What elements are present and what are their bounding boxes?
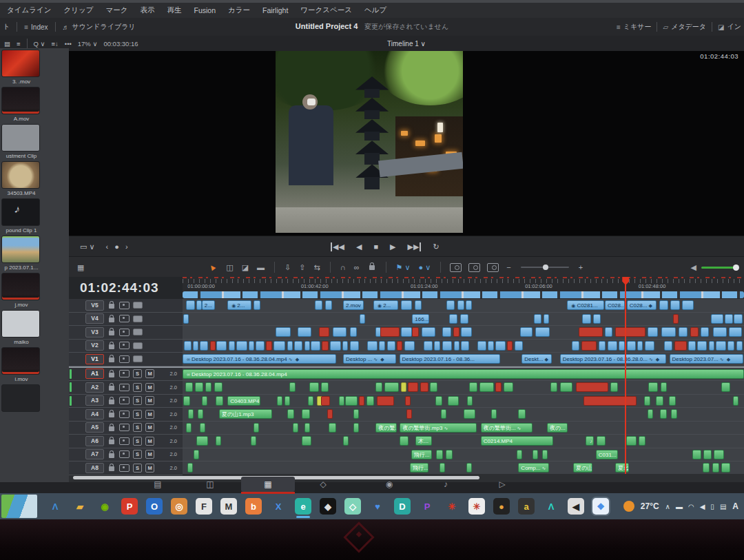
timeline-clip[interactable] <box>479 382 493 392</box>
timeline-clip[interactable] <box>345 396 358 406</box>
timeline-clip[interactable] <box>520 327 533 337</box>
media-pool-item[interactable]: ustment Clip <box>1 124 41 159</box>
timeline-clip[interactable] <box>184 341 192 351</box>
timeline-clip[interactable] <box>692 450 701 459</box>
timeline-clip[interactable] <box>384 382 398 392</box>
timeline-clip[interactable] <box>627 341 636 351</box>
selection-tool-icon[interactable]: ▲ <box>206 261 218 273</box>
timeline-clip[interactable] <box>276 327 291 337</box>
track-lock-icon[interactable] <box>107 448 116 461</box>
timeline-clip[interactable] <box>360 314 365 324</box>
timeline-clip[interactable] <box>216 396 223 406</box>
mute-button[interactable]: M <box>145 464 154 473</box>
timeline-clip[interactable] <box>659 300 668 310</box>
timeline-clip[interactable] <box>579 327 602 337</box>
timeline-clip[interactable]: C028... <box>605 300 625 310</box>
timeline-clip[interactable] <box>401 382 406 392</box>
mint-app[interactable]: ◇ <box>344 498 361 515</box>
timeline-clip[interactable] <box>380 327 400 337</box>
timeline-clip[interactable] <box>185 382 193 392</box>
timeline-clip[interactable] <box>436 450 443 459</box>
timeline-clip[interactable] <box>701 327 708 337</box>
timeline-clip[interactable] <box>430 382 437 392</box>
track-name-badge[interactable]: V3 <box>85 327 104 338</box>
track-name-badge[interactable]: A5 <box>85 422 104 433</box>
timeline-clip[interactable] <box>582 314 591 324</box>
timeline-clip[interactable] <box>366 396 374 406</box>
timeline-clip[interactable]: 夏の山... <box>573 463 592 473</box>
solo-button[interactable]: S <box>133 450 142 459</box>
timeline-clip[interactable] <box>504 382 513 392</box>
media-pool-item[interactable]: pound Clip 1 <box>1 198 41 234</box>
timeline-clip[interactable] <box>304 341 310 351</box>
omen-app[interactable]: Λ <box>543 498 559 515</box>
track-lock-icon[interactable] <box>107 340 116 352</box>
trim-mode-icon[interactable]: ◫ <box>226 263 233 272</box>
media-pool-item[interactable]: j.mov <box>1 273 41 308</box>
timeline-clip[interactable] <box>721 382 730 392</box>
auto-select-icon[interactable] <box>119 450 130 458</box>
yellow-a-app[interactable]: a <box>518 498 535 515</box>
timeline-clip[interactable] <box>454 341 459 351</box>
track-lock-icon[interactable] <box>107 326 116 338</box>
timeline-clip[interactable] <box>205 382 211 392</box>
track-name-badge[interactable]: V5 <box>85 300 104 311</box>
timeline-clip[interactable]: 夜の... <box>547 423 568 433</box>
mute-button[interactable]: M <box>145 383 154 392</box>
auto-select-icon[interactable] <box>119 397 130 404</box>
timeline-clip[interactable]: C031... <box>596 450 619 459</box>
auto-select-icon[interactable] <box>119 302 130 309</box>
media-pool-item[interactable] <box>1 384 41 413</box>
timeline-clip[interactable] <box>461 341 468 351</box>
timeline-clip[interactable]: 飛行... <box>410 463 428 473</box>
timeline-clip[interactable] <box>293 423 298 433</box>
timeline-clip[interactable]: 夜の繁華街...∿ <box>481 423 533 433</box>
timeline-clip[interactable] <box>186 300 195 310</box>
timeline-clip[interactable] <box>315 300 322 310</box>
timeline-clip[interactable]: C0403.MP4 <box>227 396 260 406</box>
timeline-clip[interactable]: 夜の繁... <box>375 423 396 433</box>
dynamic-trim-icon[interactable]: ◪ <box>242 263 249 272</box>
timeline-clip[interactable] <box>415 300 422 310</box>
jog-control[interactable]: ‹ ● › <box>106 242 130 251</box>
menu-item[interactable]: クリップ <box>63 6 93 15</box>
auto-select-icon[interactable] <box>119 315 130 322</box>
timeline-clip[interactable] <box>251 436 256 446</box>
tray-icon[interactable]: ◠ <box>688 503 694 510</box>
snapping-icon[interactable]: ∩ <box>340 263 346 271</box>
timeline-clip[interactable] <box>350 327 357 337</box>
timeline-clip[interactable] <box>400 436 409 446</box>
timeline-clip[interactable] <box>194 450 199 459</box>
timeline-clip[interactable] <box>422 327 435 337</box>
menu-item[interactable]: 表示 <box>140 6 154 15</box>
blender-app[interactable]: b <box>245 498 262 515</box>
timeline-clip[interactable]: Desktop 2023.07.16 - 08.36.28.0...∿◆ <box>560 354 666 364</box>
timeline-clip[interactable]: 夜の繁華街.mp3∿ <box>400 423 477 433</box>
tray-icon[interactable]: ▬ <box>676 503 683 510</box>
timeline-clip[interactable] <box>196 436 208 446</box>
timeline-clip[interactable] <box>725 314 732 324</box>
page-button-cut[interactable]: ◫ <box>200 477 220 492</box>
timeline-clip[interactable] <box>342 341 348 351</box>
timeline-clip[interactable] <box>626 436 637 446</box>
timeline-clip[interactable] <box>319 327 329 337</box>
timeline-clip[interactable] <box>193 341 198 351</box>
mute-button[interactable]: M <box>145 396 154 405</box>
track-lock-icon[interactable] <box>107 422 116 434</box>
timeline-clip[interactable] <box>408 382 418 392</box>
ime-indicator[interactable]: A <box>732 501 738 511</box>
timeline-clip[interactable] <box>674 341 687 351</box>
timeline-clip[interactable] <box>446 300 455 310</box>
track-lock-icon[interactable] <box>107 408 116 420</box>
timeline-clip[interactable] <box>518 409 526 419</box>
timeline-clip[interactable] <box>572 341 579 351</box>
auto-select-icon[interactable] <box>119 370 130 377</box>
timeline-clip[interactable] <box>477 341 486 351</box>
volume-slider[interactable] <box>701 267 737 269</box>
weather-icon[interactable] <box>623 501 634 512</box>
menu-item[interactable]: ヘルプ <box>364 6 386 15</box>
track-lock-icon[interactable] <box>107 368 116 380</box>
media-pool-item[interactable]: i.mov <box>1 347 41 382</box>
track-lock-icon[interactable] <box>107 299 116 311</box>
track-name-badge[interactable]: V2 <box>85 340 104 351</box>
